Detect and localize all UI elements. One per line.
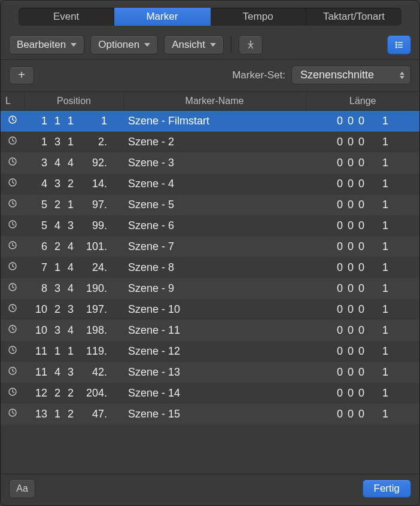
marker-name-cell[interactable]: Szene - Filmstart — [123, 111, 306, 132]
position-cell[interactable]: 43214. — [25, 173, 123, 194]
chevron-down-icon — [210, 43, 216, 47]
length-part: 0 — [354, 282, 364, 295]
length-cell[interactable]: 0001 — [306, 257, 419, 278]
view-menu[interactable]: Ansicht — [164, 35, 224, 54]
tab-signature[interactable]: Taktart/Tonart — [306, 8, 401, 26]
position-cell[interactable]: 131247. — [25, 404, 123, 425]
marker-name-cell[interactable]: Szene - 8 — [123, 257, 306, 278]
edit-menu[interactable]: Bearbeiten — [9, 35, 84, 54]
position-cell[interactable]: 1312. — [25, 132, 123, 153]
table-row[interactable]: 52197.Szene - 50001 — [1, 194, 419, 215]
marker-name-cell[interactable]: Szene - 11 — [123, 320, 306, 341]
position-cell[interactable]: 71424. — [25, 257, 123, 278]
length-cell[interactable]: 0001 — [306, 341, 419, 362]
length-cell[interactable]: 0001 — [306, 215, 419, 236]
row-type-icon-cell — [1, 236, 25, 257]
table-row[interactable]: 34492.Szene - 30001 — [1, 153, 419, 173]
marker-name-cell[interactable]: Szene - 12 — [123, 341, 306, 362]
view-menu-label: Ansicht — [172, 39, 205, 51]
marker-name-cell[interactable]: Szene - 15 — [123, 404, 306, 425]
position-part: 47. — [74, 408, 107, 420]
position-part: 2 — [47, 387, 60, 400]
table-row[interactable]: 131247.Szene - 150001 — [1, 404, 419, 425]
marker-name-cell[interactable]: Szene - 14 — [123, 383, 306, 404]
position-cell[interactable]: 834190. — [25, 278, 123, 299]
markerset-dropdown[interactable]: Szenenschnitte — [291, 66, 411, 84]
tab-event[interactable]: Event — [19, 8, 114, 26]
table-row[interactable]: 1222204.Szene - 140001 — [1, 383, 419, 404]
table-row[interactable]: 114342.Szene - 130001 — [1, 362, 419, 383]
catch-playhead-button[interactable] — [239, 35, 263, 54]
svg-rect-3 — [395, 44, 397, 46]
length-cell[interactable]: 0001 — [306, 383, 419, 404]
text-style-button[interactable]: Aa — [9, 479, 35, 498]
table-row[interactable]: 1034198.Szene - 110001 — [1, 320, 419, 341]
length-part: 0 — [343, 178, 354, 190]
length-cell[interactable]: 0001 — [306, 320, 419, 341]
marker-name-cell[interactable]: Szene - 13 — [123, 362, 306, 383]
position-part: 12 — [29, 387, 47, 400]
options-menu[interactable]: Optionen — [90, 35, 158, 54]
table-row[interactable]: 1111119.Szene - 120001 — [1, 341, 419, 362]
position-cell[interactable]: 54399. — [25, 215, 123, 236]
tab-tempo[interactable]: Tempo — [211, 8, 306, 26]
done-button[interactable]: Fertig — [363, 480, 411, 498]
list-view-toggle[interactable] — [387, 35, 411, 54]
marker-name-cell[interactable]: Szene - 4 — [123, 173, 306, 194]
position-cell[interactable]: 1111119. — [25, 341, 123, 362]
table-row[interactable]: 1023197.Szene - 100001 — [1, 299, 419, 320]
marker-name-cell[interactable]: Szene - 10 — [123, 299, 306, 320]
position-part: 4 — [47, 157, 60, 169]
position-part: 1 — [47, 261, 60, 274]
length-cell[interactable]: 0001 — [306, 111, 419, 132]
length-part: 1 — [364, 366, 388, 379]
position-part: 4 — [60, 261, 74, 274]
length-cell[interactable]: 0001 — [306, 173, 419, 194]
position-cell[interactable]: 624101. — [25, 236, 123, 257]
col-header-position[interactable]: Position — [25, 92, 123, 111]
position-cell[interactable]: 34492. — [25, 153, 123, 173]
length-part: 1 — [364, 303, 388, 316]
tab-marker[interactable]: Marker — [114, 8, 210, 26]
marker-name-cell[interactable]: Szene - 6 — [123, 215, 306, 236]
position-cell[interactable]: 1034198. — [25, 320, 123, 341]
length-cell[interactable]: 0001 — [306, 194, 419, 215]
length-cell[interactable]: 0001 — [306, 132, 419, 153]
table-row[interactable]: 1312.Szene - 20001 — [1, 132, 419, 153]
position-cell[interactable]: 1222204. — [25, 383, 123, 404]
position-part: 1 — [60, 136, 74, 148]
col-header-length[interactable]: Länge — [306, 92, 419, 111]
table-row[interactable]: 71424.Szene - 80001 — [1, 257, 419, 278]
marker-name-cell[interactable]: Szene - 5 — [123, 194, 306, 215]
col-header-name[interactable]: Marker-Name — [123, 92, 306, 111]
marker-table-wrap[interactable]: L Position Marker-Name Länge 1111Szene -… — [1, 92, 419, 474]
chevron-down-icon — [144, 43, 150, 47]
length-cell[interactable]: 0001 — [306, 278, 419, 299]
length-part: 1 — [364, 136, 388, 148]
table-row[interactable]: 834190.Szene - 90001 — [1, 278, 419, 299]
length-cell[interactable]: 0001 — [306, 236, 419, 257]
position-part: 8 — [29, 282, 47, 295]
table-row[interactable]: 1111Szene - Filmstart0001 — [1, 111, 419, 132]
length-cell[interactable]: 0001 — [306, 362, 419, 383]
table-row[interactable]: 54399.Szene - 60001 — [1, 215, 419, 236]
svg-point-0 — [250, 41, 251, 42]
add-marker-button[interactable]: + — [9, 66, 34, 84]
table-row[interactable]: 43214.Szene - 40001 — [1, 173, 419, 194]
marker-name-cell[interactable]: Szene - 9 — [123, 278, 306, 299]
position-cell[interactable]: 1111 — [25, 111, 123, 132]
marker-name-cell[interactable]: Szene - 3 — [123, 153, 306, 173]
marker-name-cell[interactable]: Szene - 2 — [123, 132, 306, 153]
marker-name-cell[interactable]: Szene - 7 — [123, 236, 306, 257]
position-cell[interactable]: 52197. — [25, 194, 123, 215]
position-part: 3 — [47, 282, 60, 295]
length-cell[interactable]: 0001 — [306, 153, 419, 173]
table-row[interactable]: 624101.Szene - 70001 — [1, 236, 419, 257]
length-cell[interactable]: 0001 — [306, 299, 419, 320]
position-cell[interactable]: 114342. — [25, 362, 123, 383]
position-cell[interactable]: 1023197. — [25, 299, 123, 320]
length-cell[interactable]: 0001 — [306, 404, 419, 425]
length-part: 0 — [332, 387, 343, 400]
col-header-l[interactable]: L — [1, 92, 25, 111]
position-part: 3 — [29, 157, 47, 169]
